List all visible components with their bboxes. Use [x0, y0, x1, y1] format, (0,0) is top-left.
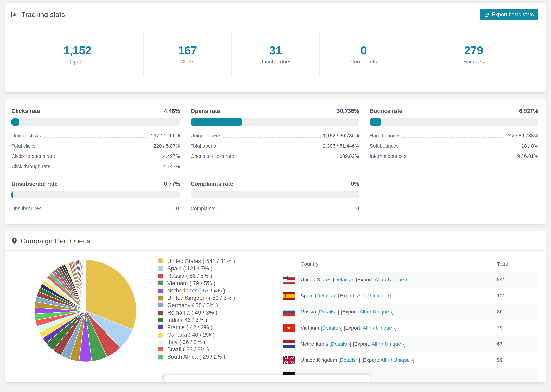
- legend-swatch: [158, 258, 163, 264]
- export-unique-link[interactable]: Unique ›: [388, 277, 407, 282]
- legend-item-india[interactable]: India ( 46 / 3% ): [158, 316, 280, 324]
- metric-value: 19 / 6.81%: [514, 154, 538, 159]
- link-separator: /: [372, 325, 376, 331]
- metric-label: Unique opens: [191, 133, 221, 139]
- metric-row: Total clicks220 / 5.87%: [11, 141, 180, 151]
- details-link[interactable]: Details ›: [331, 341, 350, 347]
- legend-item-italy[interactable]: Italy ( 36 / 2% ): [158, 338, 280, 346]
- metric-value: 0: [356, 206, 359, 211]
- legend-label: United States ( 541 / 31% ): [167, 258, 235, 264]
- legend-label: Vietnam ( 79 / 5% ): [167, 280, 215, 287]
- link-separator: /: [366, 293, 370, 298]
- stat-unsubscribes: 31Unsubscribes: [231, 32, 319, 77]
- legend-item-united-kingdom[interactable]: United Kingdom ( 59 / 3% ): [158, 294, 280, 301]
- legend-label: Netherlands ( 67 / 4% ): [167, 287, 225, 294]
- rate-section-clicks-rate: Clicks rate4.46%Unique clicks167 / 4.456…: [11, 108, 180, 172]
- rate-section-unsubscribe-rate: Unsubscribe rate0.77%Unsubscribes31: [11, 181, 180, 214]
- metric-row: Unique opens1,152 / 30.736%: [191, 131, 359, 141]
- ru-flag-icon: [283, 308, 295, 316]
- export-unique-link[interactable]: Unique ›: [385, 341, 404, 347]
- dotted-leader: [52, 168, 161, 168]
- legend-label: France ( 42 / 2% ): [167, 324, 212, 331]
- metric-label: Unsubscribes: [11, 206, 42, 211]
- total-cell: 541: [497, 277, 538, 283]
- rate-value: 30.736%: [337, 108, 359, 114]
- progress-bar-fill: [370, 118, 381, 126]
- metric-label: Soft bounces: [370, 143, 399, 149]
- dotted-leader: [223, 137, 321, 138]
- horizontal-scrollbar[interactable]: [164, 375, 371, 382]
- metric-value: 689.82%: [339, 154, 359, 159]
- stat-label: Opens: [11, 59, 143, 65]
- export-all-link[interactable]: All ›: [357, 293, 366, 298]
- metric-label: Complaints: [191, 206, 215, 211]
- legend-item-romania[interactable]: Romania ( 49 / 3% ): [158, 309, 280, 316]
- stat-clicks: 167Clicks: [143, 32, 232, 77]
- rates-grid: Clicks rate4.46%Unique clicks167 / 4.456…: [11, 108, 538, 214]
- country-cell: Russia [Details ›] [Export: All › / Uniq…: [300, 309, 497, 315]
- details-link[interactable]: Details ›: [316, 293, 335, 298]
- us-flag-icon: [283, 276, 295, 284]
- gb-flag-icon: [283, 356, 295, 364]
- legend-item-netherlands[interactable]: Netherlands ( 67 / 4% ): [158, 287, 280, 294]
- details-link[interactable]: Details ›: [340, 357, 359, 363]
- metric-value: 14.497%: [160, 154, 180, 159]
- export-unique-link[interactable]: Unique ›: [394, 357, 413, 363]
- rate-detail-rows: Unique opens1,152 / 30.736%Total opens2,…: [191, 131, 359, 161]
- table-row-united-states: United States [Details ›] [Export: All ›…: [280, 272, 538, 288]
- export-all-link[interactable]: All ›: [380, 357, 389, 363]
- link-separator: /: [368, 309, 373, 315]
- rate-section-header: Unsubscribe rate0.77%: [11, 181, 180, 187]
- export-basic-stats-button[interactable]: Export basic stats: [480, 9, 538, 20]
- export-all-link[interactable]: All ›: [372, 341, 380, 347]
- metric-value: 220 / 5.87%: [154, 143, 180, 149]
- dotted-leader: [401, 147, 520, 148]
- export-unique-link[interactable]: Unique ›: [370, 293, 389, 298]
- export-all-link[interactable]: All ›: [360, 309, 368, 315]
- dotted-leader: [218, 210, 354, 210]
- export-all-link[interactable]: All ›: [363, 325, 372, 331]
- metric-row: Click through rate4.147%: [11, 161, 180, 172]
- rate-detail-rows: Complaints0: [191, 203, 359, 214]
- rate-detail-rows: Hard bounces242 / 86.738%Soft bounces18 …: [370, 131, 538, 161]
- rate-section-header: Opens rate30.736%: [191, 108, 359, 114]
- geo-title: Campaign Geo Opens: [21, 237, 90, 245]
- metric-value: 18 / 0%: [521, 143, 538, 149]
- details-link[interactable]: Details ›: [334, 277, 353, 282]
- total-cell: 79: [497, 325, 538, 331]
- legend-swatch: [158, 295, 163, 301]
- legend-item-canada[interactable]: Canada ( 40 / 2% ): [158, 331, 280, 338]
- legend-item-brazil[interactable]: Brazil ( 33 / 2% ): [158, 346, 280, 353]
- metric-label: Unique clicks: [11, 133, 41, 139]
- country-cell: Vietnam [Details ›] [Export: All › / Uni…: [300, 325, 497, 331]
- rate-title: Bounce rate: [370, 108, 402, 114]
- legend-item-united-states[interactable]: United States ( 541 / 31% ): [158, 257, 280, 265]
- campaign-geo-opens-card: Campaign Geo Opens United States ( 541 /…: [5, 231, 546, 382]
- legend-label: Italy ( 36 / 2% ): [167, 339, 205, 345]
- legend-item-russia[interactable]: Russia ( 86 / 5% ): [158, 272, 280, 280]
- export-unique-link[interactable]: Unique ›: [373, 309, 392, 315]
- table-row-spain: Spain [Details ›] [Export: All › / Uniqu…: [280, 288, 538, 304]
- metric-value: 242 / 86.738%: [506, 133, 538, 139]
- stat-label: Clicks: [144, 59, 232, 65]
- details-link[interactable]: Details ›: [322, 325, 341, 331]
- pie-slice-other[interactable]: [85, 260, 85, 311]
- legend-item-south-africa[interactable]: South Africa ( 29 / 2% ): [158, 353, 280, 360]
- total-cell: 59: [497, 357, 538, 363]
- table-row-netherlands: Netherlands [Details ›] [Export: All › /…: [280, 336, 538, 352]
- legend-item-vietnam[interactable]: Vietnam ( 79 / 5% ): [158, 280, 280, 287]
- metric-row: Total opens2,303 / 61.446%: [191, 141, 359, 151]
- legend-item-germany[interactable]: Germany ( 55 / 3% ): [158, 301, 280, 309]
- map-pin-icon: [11, 238, 17, 245]
- export-all-link[interactable]: All ›: [375, 277, 384, 282]
- stat-label: Complaints: [320, 59, 408, 65]
- legend-label: India ( 46 / 3% ): [167, 317, 207, 323]
- stat-value: 0: [320, 44, 408, 57]
- metric-label: Internal bounces: [370, 154, 406, 159]
- legend-item-spain[interactable]: Spain ( 121 / 7% ): [158, 265, 280, 272]
- legend-item-france[interactable]: France ( 42 / 2% ): [158, 324, 280, 331]
- details-link[interactable]: Details ›: [319, 309, 338, 315]
- legend-label: Russia ( 86 / 5% ): [167, 273, 212, 279]
- legend-swatch: [158, 317, 163, 323]
- export-unique-link[interactable]: Unique ›: [376, 325, 395, 331]
